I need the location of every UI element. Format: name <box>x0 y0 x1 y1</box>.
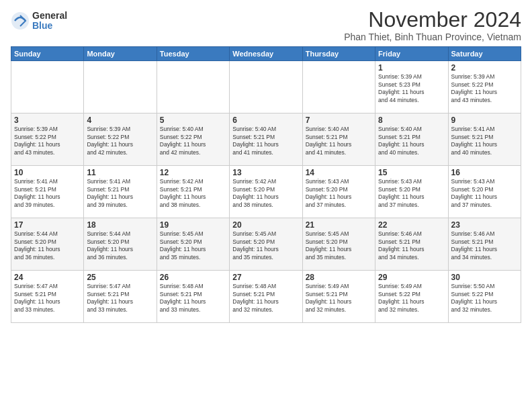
day-cell: 16Sunrise: 5:43 AM Sunset: 5:20 PM Dayli… <box>448 166 521 218</box>
day-info: Sunrise: 5:44 AM Sunset: 5:20 PM Dayligh… <box>14 230 81 261</box>
day-info: Sunrise: 5:44 AM Sunset: 5:20 PM Dayligh… <box>87 230 153 261</box>
day-number: 27 <box>232 273 299 282</box>
day-number: 3 <box>14 116 81 125</box>
day-info: Sunrise: 5:39 AM Sunset: 5:22 PM Dayligh… <box>14 126 81 156</box>
day-number: 6 <box>232 116 299 125</box>
day-info: Sunrise: 5:45 AM Sunset: 5:20 PM Dayligh… <box>306 230 372 261</box>
week-row-0: 1Sunrise: 5:39 AM Sunset: 5:23 PM Daylig… <box>11 61 521 113</box>
day-cell: 19Sunrise: 5:45 AM Sunset: 5:20 PM Dayli… <box>157 218 229 271</box>
day-cell: 23Sunrise: 5:46 AM Sunset: 5:21 PM Dayli… <box>448 218 521 271</box>
calendar-page: General Blue November 2024 Phan Thiet, B… <box>0 0 532 411</box>
week-row-4: 24Sunrise: 5:47 AM Sunset: 5:21 PM Dayli… <box>11 271 521 323</box>
day-number: 28 <box>306 273 372 282</box>
day-cell: 9Sunrise: 5:41 AM Sunset: 5:21 PM Daylig… <box>448 113 521 166</box>
header-row: Sunday Monday Tuesday Wednesday Thursday… <box>11 47 521 61</box>
day-info: Sunrise: 5:40 AM Sunset: 5:22 PM Dayligh… <box>160 126 226 156</box>
day-cell <box>84 61 157 113</box>
day-info: Sunrise: 5:40 AM Sunset: 5:21 PM Dayligh… <box>378 126 445 156</box>
day-cell: 28Sunrise: 5:49 AM Sunset: 5:21 PM Dayli… <box>302 271 375 323</box>
day-cell: 22Sunrise: 5:46 AM Sunset: 5:21 PM Dayli… <box>375 218 448 271</box>
day-info: Sunrise: 5:43 AM Sunset: 5:20 PM Dayligh… <box>378 178 445 209</box>
day-info: Sunrise: 5:39 AM Sunset: 5:22 PM Dayligh… <box>451 73 518 104</box>
day-cell: 17Sunrise: 5:44 AM Sunset: 5:20 PM Dayli… <box>11 218 84 271</box>
day-info: Sunrise: 5:43 AM Sunset: 5:20 PM Dayligh… <box>306 178 372 209</box>
day-info: Sunrise: 5:45 AM Sunset: 5:20 PM Dayligh… <box>232 230 299 261</box>
subtitle: Phan Thiet, Binh Thuan Province, Vietnam <box>344 32 521 42</box>
day-number: 11 <box>87 168 153 177</box>
header: General Blue November 2024 Phan Thiet, B… <box>11 8 521 42</box>
week-row-2: 10Sunrise: 5:41 AM Sunset: 5:21 PM Dayli… <box>11 166 521 218</box>
day-number: 29 <box>378 273 445 282</box>
day-number: 14 <box>306 168 372 177</box>
day-cell: 2Sunrise: 5:39 AM Sunset: 5:22 PM Daylig… <box>448 61 521 113</box>
day-cell: 27Sunrise: 5:48 AM Sunset: 5:21 PM Dayli… <box>230 271 302 323</box>
day-info: Sunrise: 5:40 AM Sunset: 5:21 PM Dayligh… <box>306 126 372 156</box>
header-tuesday: Tuesday <box>157 47 229 61</box>
day-cell: 26Sunrise: 5:48 AM Sunset: 5:21 PM Dayli… <box>157 271 229 323</box>
day-info: Sunrise: 5:49 AM Sunset: 5:22 PM Dayligh… <box>378 283 445 314</box>
day-number: 15 <box>378 168 445 177</box>
day-number: 22 <box>378 220 445 230</box>
day-number: 4 <box>87 116 153 125</box>
day-cell: 12Sunrise: 5:42 AM Sunset: 5:21 PM Dayli… <box>157 166 229 218</box>
calendar-header: Sunday Monday Tuesday Wednesday Thursday… <box>11 47 521 61</box>
logo-blue-text: Blue <box>32 21 67 31</box>
day-cell: 13Sunrise: 5:42 AM Sunset: 5:20 PM Dayli… <box>230 166 302 218</box>
day-cell: 18Sunrise: 5:44 AM Sunset: 5:20 PM Dayli… <box>84 218 157 271</box>
week-row-1: 3Sunrise: 5:39 AM Sunset: 5:22 PM Daylig… <box>11 113 521 166</box>
day-number: 2 <box>451 63 518 73</box>
title-block: November 2024 Phan Thiet, Binh Thuan Pro… <box>344 8 521 42</box>
day-info: Sunrise: 5:40 AM Sunset: 5:21 PM Dayligh… <box>232 126 299 156</box>
day-number: 8 <box>378 116 445 125</box>
day-number: 9 <box>451 116 518 125</box>
day-cell: 1Sunrise: 5:39 AM Sunset: 5:23 PM Daylig… <box>375 61 448 113</box>
header-wednesday: Wednesday <box>230 47 302 61</box>
day-info: Sunrise: 5:49 AM Sunset: 5:21 PM Dayligh… <box>306 283 372 314</box>
day-number: 19 <box>160 220 226 230</box>
day-number: 25 <box>87 273 153 282</box>
day-number: 17 <box>14 220 81 230</box>
day-info: Sunrise: 5:45 AM Sunset: 5:20 PM Dayligh… <box>160 230 226 261</box>
day-cell <box>302 61 375 113</box>
day-info: Sunrise: 5:48 AM Sunset: 5:21 PM Dayligh… <box>232 283 299 314</box>
day-number: 18 <box>87 220 153 230</box>
day-cell: 25Sunrise: 5:47 AM Sunset: 5:21 PM Dayli… <box>84 271 157 323</box>
day-info: Sunrise: 5:41 AM Sunset: 5:21 PM Dayligh… <box>451 126 518 156</box>
day-number: 10 <box>14 168 81 177</box>
day-cell: 21Sunrise: 5:45 AM Sunset: 5:20 PM Dayli… <box>302 218 375 271</box>
header-monday: Monday <box>84 47 157 61</box>
day-cell: 6Sunrise: 5:40 AM Sunset: 5:21 PM Daylig… <box>230 113 302 166</box>
header-friday: Friday <box>375 47 448 61</box>
day-info: Sunrise: 5:43 AM Sunset: 5:20 PM Dayligh… <box>451 178 518 209</box>
day-number: 16 <box>451 168 518 177</box>
day-info: Sunrise: 5:41 AM Sunset: 5:21 PM Dayligh… <box>14 178 81 209</box>
logo-icon <box>11 11 30 30</box>
day-info: Sunrise: 5:50 AM Sunset: 5:22 PM Dayligh… <box>451 283 518 314</box>
day-number: 13 <box>232 168 299 177</box>
day-number: 23 <box>451 220 518 230</box>
day-number: 12 <box>160 168 226 177</box>
day-number: 21 <box>306 220 372 230</box>
day-info: Sunrise: 5:47 AM Sunset: 5:21 PM Dayligh… <box>87 283 153 314</box>
day-number: 24 <box>14 273 81 282</box>
week-row-3: 17Sunrise: 5:44 AM Sunset: 5:20 PM Dayli… <box>11 218 521 271</box>
day-cell: 8Sunrise: 5:40 AM Sunset: 5:21 PM Daylig… <box>375 113 448 166</box>
day-info: Sunrise: 5:41 AM Sunset: 5:21 PM Dayligh… <box>87 178 153 209</box>
calendar-body: 1Sunrise: 5:39 AM Sunset: 5:23 PM Daylig… <box>11 61 521 323</box>
day-cell: 29Sunrise: 5:49 AM Sunset: 5:22 PM Dayli… <box>375 271 448 323</box>
day-cell: 15Sunrise: 5:43 AM Sunset: 5:20 PM Dayli… <box>375 166 448 218</box>
calendar-table: Sunday Monday Tuesday Wednesday Thursday… <box>11 46 521 323</box>
day-cell: 3Sunrise: 5:39 AM Sunset: 5:22 PM Daylig… <box>11 113 84 166</box>
day-cell: 24Sunrise: 5:47 AM Sunset: 5:21 PM Dayli… <box>11 271 84 323</box>
day-number: 1 <box>378 63 445 73</box>
header-saturday: Saturday <box>448 47 521 61</box>
day-cell <box>157 61 229 113</box>
header-sunday: Sunday <box>11 47 84 61</box>
day-info: Sunrise: 5:46 AM Sunset: 5:21 PM Dayligh… <box>378 230 445 261</box>
month-title: November 2024 <box>344 8 521 32</box>
day-cell: 10Sunrise: 5:41 AM Sunset: 5:21 PM Dayli… <box>11 166 84 218</box>
day-number: 5 <box>160 116 226 125</box>
day-number: 26 <box>160 273 226 282</box>
day-info: Sunrise: 5:47 AM Sunset: 5:21 PM Dayligh… <box>14 283 81 314</box>
day-cell <box>11 61 84 113</box>
